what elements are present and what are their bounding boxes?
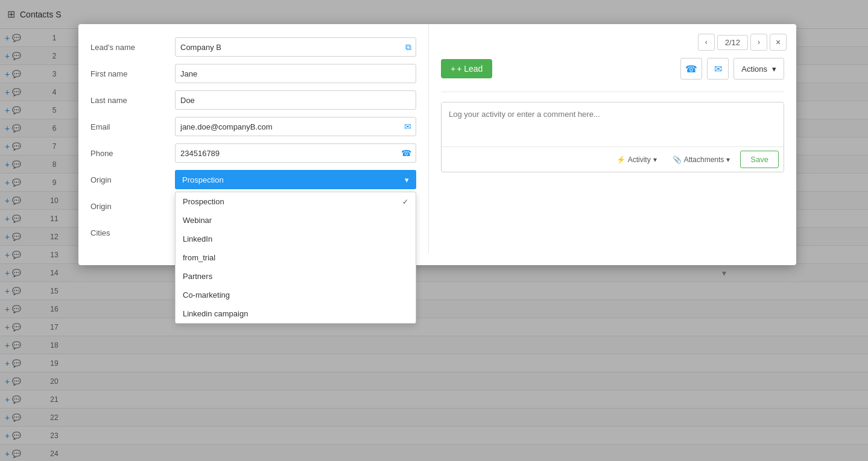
dropdown-option-label: Webinar [183, 216, 212, 225]
activity-button[interactable]: ⚡ Activity ▾ [611, 152, 662, 167]
phone-row: Phone ☎ [90, 142, 416, 164]
lead-btn-label: + Lead [457, 64, 483, 74]
modal-navigation: ‹ 2/12 › × [698, 34, 787, 51]
last-name-label: Last name [90, 96, 175, 105]
dropdown-option-label: from_trial [183, 253, 215, 262]
actions-label: Actions [741, 64, 767, 74]
email-label: Email [90, 122, 175, 131]
lead-name-input[interactable] [175, 37, 416, 57]
dropdown-option-label: Co-marketing [183, 290, 230, 299]
first-name-label: First name [90, 69, 175, 78]
phone-icon: ☎ [685, 63, 697, 75]
dropdown-option-webinar[interactable]: Webinar [176, 211, 416, 230]
nav-counter: 2/12 [717, 35, 748, 50]
contact-modal: ‹ 2/12 › × Lead's name ⧉ First name Last [78, 24, 796, 265]
phone-call-button[interactable]: ☎ [680, 58, 702, 80]
save-button[interactable]: Save [740, 151, 779, 168]
origin2-label: Origin [90, 202, 175, 211]
lead-name-field-wrapper: ⧉ [175, 37, 416, 57]
lead-name-label: Lead's name [90, 43, 175, 52]
right-header: + + Lead ☎ ✉ Actions ▾ [441, 58, 784, 80]
activity-box: ⚡ Activity ▾ 📎 Attachments ▾ Save [441, 102, 784, 172]
last-name-input[interactable] [175, 90, 416, 110]
origin-select-button[interactable]: Prospection ▾ [175, 170, 416, 189]
phone-label: Phone [90, 149, 175, 158]
dropdown-option-label: LinkedIn [183, 234, 212, 243]
origin-label: Origin [90, 175, 175, 184]
email-input[interactable] [175, 117, 416, 136]
plus-icon: + [451, 64, 455, 74]
actions-arrow-icon: ▾ [772, 64, 776, 74]
external-link-icon: ⧉ [405, 42, 411, 52]
dropdown-option-linkedin[interactable]: LinkedIn [176, 230, 416, 248]
activity-dropdown-icon: ▾ [653, 155, 657, 164]
origin-row: Origin Prospection ▾ Prospection ✓ Webin… [90, 169, 416, 190]
attachments-dropdown-icon: ▾ [726, 155, 730, 164]
dropdown-option-label: Prospection [183, 197, 224, 206]
dropdown-option-co-marketing[interactable]: Co-marketing [176, 286, 416, 304]
divider [441, 92, 784, 92]
activity-footer: ⚡ Activity ▾ 📎 Attachments ▾ Save [442, 146, 784, 172]
phone-icon: ☎ [401, 148, 411, 158]
email-button[interactable]: ✉ [707, 58, 729, 80]
lightning-icon: ⚡ [616, 155, 626, 164]
attachments-button[interactable]: 📎 Attachments ▾ [667, 152, 736, 167]
modal-close-button[interactable]: × [770, 34, 787, 51]
dropdown-option-label: Linkedin campaign [183, 309, 248, 318]
email-row: Email ✉ [90, 116, 416, 137]
cities-label: Cities [90, 228, 175, 237]
paperclip-icon: 📎 [673, 155, 682, 164]
phone-input[interactable] [175, 143, 416, 163]
activity-btn-label: Activity [628, 155, 651, 164]
last-name-row: Last name [90, 89, 416, 111]
dropdown-option-linkedin-campaign[interactable]: Linkedin campaign [176, 304, 416, 323]
lead-name-row: Lead's name ⧉ [90, 36, 416, 58]
dropdown-option-label: Partners [183, 272, 212, 281]
nav-prev-button[interactable]: ‹ [698, 34, 715, 51]
actions-dropdown-button[interactable]: Actions ▾ [733, 58, 784, 80]
first-name-row: First name [90, 63, 416, 84]
modal-left-panel: Lead's name ⧉ First name Last name Email [78, 24, 428, 265]
check-icon: ✓ [402, 198, 408, 206]
dropdown-option-prospection[interactable]: Prospection ✓ [176, 192, 416, 211]
origin-selected-value: Prospection [182, 175, 224, 184]
email-field-wrapper: ✉ [175, 117, 416, 136]
dropdown-option-partners[interactable]: Partners [176, 267, 416, 286]
add-lead-button[interactable]: + + Lead [441, 59, 492, 78]
attachments-btn-label: Attachments [684, 155, 724, 164]
modal-right-panel: + + Lead ☎ ✉ Actions ▾ [428, 24, 796, 253]
dropdown-arrow-icon: ▾ [405, 175, 409, 184]
email-icon: ✉ [714, 63, 722, 75]
nav-next-button[interactable]: › [750, 34, 767, 51]
dropdown-option-from-trial[interactable]: from_trial [176, 248, 416, 267]
first-name-input[interactable] [175, 64, 416, 83]
phone-field-wrapper: ☎ [175, 143, 416, 163]
activity-textarea[interactable] [442, 102, 784, 145]
origin-dropdown-menu: Prospection ✓ Webinar LinkedIn from_tria… [175, 192, 416, 324]
email-icon: ✉ [404, 122, 411, 131]
